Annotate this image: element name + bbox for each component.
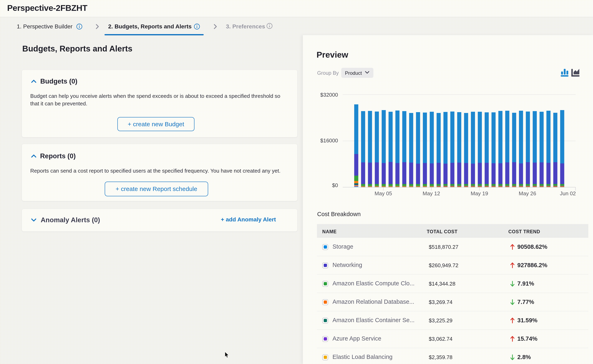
svg-text:May 12: May 12 bbox=[423, 190, 440, 196]
svg-text:May 26: May 26 bbox=[519, 190, 536, 196]
svg-text:$16000: $16000 bbox=[320, 137, 338, 143]
svg-text:$32000: $32000 bbox=[320, 92, 338, 98]
svg-text:$0: $0 bbox=[332, 182, 338, 188]
svg-text:May 05: May 05 bbox=[375, 190, 392, 196]
svg-text:May 19: May 19 bbox=[471, 190, 488, 196]
svg-text:Jun 02: Jun 02 bbox=[560, 190, 576, 196]
